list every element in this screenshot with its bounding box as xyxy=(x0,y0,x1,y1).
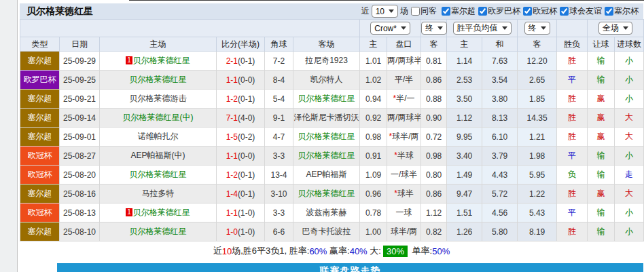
odds-company-select[interactable]: Crow* xyxy=(370,22,410,35)
away-team-name[interactable]: 拉尼奇1923 xyxy=(305,56,348,65)
away-team-name[interactable]: 贝尔格莱德红星 xyxy=(298,94,355,103)
handicap-result-cell: 赢 xyxy=(588,128,615,147)
final-select-cell-1: 终 xyxy=(421,20,447,37)
handicap-result-cell: 赢 xyxy=(588,90,615,109)
league-cell: 欧冠杯 xyxy=(20,166,60,184)
avg-home-odds-cell: 1.51 xyxy=(447,203,482,222)
avg-draw-odds-cell: 4.43 xyxy=(482,166,518,184)
avg-draw-odds-cell: 4.56 xyxy=(482,203,518,222)
handicap-cell: *半球 xyxy=(387,147,421,166)
content-panel: 贝尔格莱德红星 近 10 场 同客 塞尔超欧罗巴杯欧冠杯球会友谊塞尔杯 xyxy=(20,0,644,272)
page-title: 贝尔格莱德红星 xyxy=(26,5,93,18)
league-filter-label: 欧罗巴杯 xyxy=(488,5,520,17)
avg-home-odds-cell: 1.12 xyxy=(447,109,482,128)
corner-cell: 3-10 xyxy=(265,184,293,203)
handicap-cell: 一球 xyxy=(387,203,421,222)
home-team-cell: 马拉多特 xyxy=(100,184,217,203)
goal-result-cell: 大 xyxy=(615,109,644,128)
league-filter-checkbox[interactable] xyxy=(560,7,569,16)
crown-away-odds-cell: 0.86 xyxy=(421,184,447,203)
league-filter-checkbox[interactable] xyxy=(523,7,532,16)
outcome-cell: 胜 xyxy=(557,222,588,241)
home-team-name[interactable]: 贝尔格莱德红星(中) xyxy=(123,113,194,122)
outcome-cell: 胜 xyxy=(557,128,588,147)
column-header: 进球数 xyxy=(615,37,644,52)
away-team-name[interactable]: 贝尔格莱德红星 xyxy=(298,189,355,198)
controls-empty-cell xyxy=(20,20,360,37)
away-team-name[interactable]: 凯尔特人 xyxy=(310,75,343,84)
home-team-name[interactable]: 诺维帕扎尔 xyxy=(138,132,179,141)
league-filter-checkbox[interactable] xyxy=(442,7,450,16)
home-team-name[interactable]: 贝尔格莱德红星 xyxy=(133,208,190,217)
away-team-name[interactable]: 贝尔格莱德红星 xyxy=(298,132,355,141)
crown-home-odds-cell: 1.09 xyxy=(360,166,387,184)
handicap-cell: 一/球半 xyxy=(387,166,421,184)
home-team-name[interactable]: 贝尔格莱德红星 xyxy=(130,227,187,236)
table-row: 欧冠杯25-08-27AEP帕福斯(中)1-1(0-0)3-3贝尔格莱德红星0.… xyxy=(20,147,644,166)
date-cell: 25-09-01 xyxy=(60,128,100,147)
column-header: 角球 xyxy=(265,37,293,52)
handicap-result-cell: 赢 xyxy=(588,109,615,128)
crown-away-odds-cell: 1.12 xyxy=(421,203,447,222)
handicap-result-cell: 输 xyxy=(588,203,615,222)
star-mark: * xyxy=(394,189,397,198)
avg-away-odds-cell: 1.98 xyxy=(518,147,557,166)
avg-select-cell: 胜平负均值 xyxy=(447,20,518,37)
table-row: 塞尔超25-08-16马拉多特1-4(0-1)3-10贝尔格莱德红星0.96*球… xyxy=(20,184,644,203)
stats-summary: 近10场,胜6平3负1, 胜率:60% 赢率:40% 大:30% 单率:50% xyxy=(20,241,643,260)
home-team-name[interactable]: 贝尔格莱德红星 xyxy=(130,75,187,84)
column-header: 盘口 xyxy=(387,37,421,52)
final-select-2[interactable]: 终 xyxy=(524,22,550,35)
fulltime-score: 1-2 xyxy=(226,170,238,180)
avg-home-odds-cell: 9.47 xyxy=(447,184,482,203)
chevron-down-icon xyxy=(389,9,394,13)
column-header: 客 xyxy=(518,37,557,52)
home-team-name[interactable]: 贝尔格莱德红星 xyxy=(133,56,190,65)
home-team-cell: 贝尔格莱德红星 xyxy=(100,222,217,241)
column-header: 客场 xyxy=(293,37,360,52)
controls-empty-cell xyxy=(557,20,588,37)
avg-type-select[interactable]: 胜平负均值 xyxy=(453,22,512,35)
home-team-name[interactable]: 贝尔格莱德红星 xyxy=(130,170,187,179)
match-count-select[interactable]: 10 xyxy=(372,5,398,18)
handicap-cell: 平/半 xyxy=(387,71,421,90)
crown-away-odds-cell: 0.82 xyxy=(421,222,447,241)
handicap-cell: 两/两球半 xyxy=(387,109,421,128)
score-cell: 1-0(1-0) xyxy=(217,222,265,241)
league-cell: 塞尔超 xyxy=(20,184,60,203)
away-team-name[interactable]: 泽伦斯尼卡潘切沃 xyxy=(294,113,359,122)
same-away-checkbox[interactable] xyxy=(411,7,420,16)
league-filter-checkbox[interactable] xyxy=(478,7,487,16)
crown-home-odds-cell: 1.02 xyxy=(360,71,387,90)
column-header: 胜负 xyxy=(557,37,588,52)
home-team-name[interactable]: 马拉多特 xyxy=(142,189,175,198)
crown-home-odds-cell: 0.98 xyxy=(360,128,387,147)
home-team-name[interactable]: 贝尔格莱德游击 xyxy=(130,94,187,103)
goal-result-cell: 小 xyxy=(615,90,644,109)
final-select-cell-2: 终 xyxy=(518,20,557,37)
handicap-cell: 球半/两 xyxy=(387,222,421,241)
league-cell: 欧冠杯 xyxy=(20,147,60,166)
fulltime-score: 1-1 xyxy=(226,75,238,85)
scope-select[interactable]: 全场 xyxy=(598,22,632,35)
league-filter-checkbox[interactable] xyxy=(605,7,613,16)
league-trend-bar[interactable]: 联赛盘路走势 xyxy=(57,263,643,272)
home-team-name[interactable]: AEP帕福斯(中) xyxy=(130,151,185,160)
away-team-name[interactable]: 贝尔格莱德红星 xyxy=(298,151,355,160)
avg-away-odds-cell: 5.95 xyxy=(518,166,557,184)
away-team-cell: 凯尔特人 xyxy=(293,71,360,90)
fulltime-score: 1-1 xyxy=(226,151,238,161)
halftime-score: (1-0) xyxy=(238,227,255,237)
away-team-name[interactable]: AEP帕福斯 xyxy=(306,170,347,179)
crown-away-odds-cell: 0.81 xyxy=(421,52,447,71)
away-team-name[interactable]: 波兹南莱赫 xyxy=(306,208,347,217)
outcome-cell: 胜 xyxy=(557,109,588,128)
corner-cell: 13-4 xyxy=(265,166,293,184)
score-cell: 1-2(0-1) xyxy=(217,166,265,184)
goal-result-cell: 走 xyxy=(615,166,644,184)
avg-draw-odds-cell: 3.79 xyxy=(482,147,518,166)
away-team-name[interactable]: 巴奇卡托波拉 xyxy=(302,227,351,236)
avg-away-odds-cell: 1.85 xyxy=(518,90,557,109)
final-select-1[interactable]: 终 xyxy=(421,22,447,35)
league-cell: 欧冠杯 xyxy=(20,203,60,222)
